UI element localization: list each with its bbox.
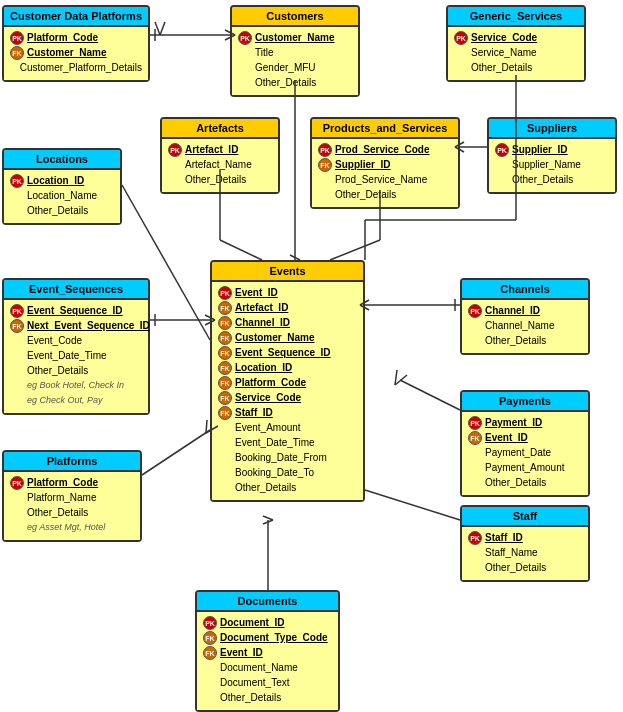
pk-badge: PK xyxy=(468,304,482,318)
table-row: Prod_Service_Name xyxy=(318,172,452,187)
fk-badge: FK xyxy=(218,376,232,390)
table-row: FKPlatform_Code xyxy=(218,375,357,390)
entity-header-products_and_services: Products_and_Services xyxy=(312,119,458,139)
field-name: Supplier_ID xyxy=(512,142,568,157)
table-row: Service_Name xyxy=(454,45,578,60)
field-name: Channel_ID xyxy=(485,303,540,318)
table-row: Other_Details xyxy=(203,690,332,705)
entity-payments: PaymentsPKPayment_IDFKEvent_IDPayment_Da… xyxy=(460,390,590,497)
entity-header-artefacts: Artefacts xyxy=(162,119,278,139)
table-row: Booking_Date_From xyxy=(218,450,357,465)
entity-body-platforms: PKPlatform_CodePlatform_NameOther_Detail… xyxy=(4,472,140,540)
pk-badge: PK xyxy=(10,304,24,318)
table-row: eg Book Hotel, Check In xyxy=(10,378,142,393)
fk-badge: FK xyxy=(218,406,232,420)
entity-header-locations: Locations xyxy=(4,150,120,170)
entity-body-documents: PKDocument_IDFKDocument_Type_CodeFKEvent… xyxy=(197,612,338,710)
table-row: FKNext_Event_Sequence_ID xyxy=(10,318,142,333)
svg-line-25 xyxy=(400,380,460,410)
field-name: Other_Details xyxy=(512,172,573,187)
diagram-canvas: Customer Data PlatformsPKPlatform_CodeFK… xyxy=(0,0,623,712)
field-name: Gender_MFU xyxy=(255,60,316,75)
table-row: PKDocument_ID xyxy=(203,615,332,630)
fk-badge: FK xyxy=(218,391,232,405)
svg-line-10 xyxy=(220,240,262,260)
svg-line-29 xyxy=(206,420,207,433)
field-name: Event_Date_Time xyxy=(235,435,315,450)
svg-line-27 xyxy=(395,375,407,385)
table-row: Channel_Name xyxy=(468,318,582,333)
table-row: FKCustomer_Name xyxy=(10,45,142,60)
entity-body-suppliers: PKSupplier_IDSupplier_NameOther_Details xyxy=(489,139,615,192)
field-name: Location_Name xyxy=(27,188,97,203)
pk-badge: PK xyxy=(10,31,24,45)
field-name: Event_ID xyxy=(485,430,528,445)
field-name: Supplier_Name xyxy=(512,157,581,172)
field-name: Other_Details xyxy=(335,187,396,202)
field-name: Event_Amount xyxy=(235,420,301,435)
table-row: Payment_Date xyxy=(468,445,582,460)
field-name: Customer_Name xyxy=(235,330,314,345)
svg-line-34 xyxy=(263,516,273,520)
field-name: Platform_Code xyxy=(235,375,306,390)
table-row: Supplier_Name xyxy=(495,157,609,172)
table-row: Event_Amount xyxy=(218,420,357,435)
fk-badge: FK xyxy=(218,346,232,360)
entity-body-events: PKEvent_IDFKArtefact_IDFKChannel_IDFKCus… xyxy=(212,282,363,500)
table-row: eg Asset Mgt, Hotel xyxy=(10,520,134,535)
field-name: Staff_ID xyxy=(235,405,273,420)
field-name: Next_Event_Sequence_ID xyxy=(27,318,150,333)
field-name: Other_Details xyxy=(27,363,88,378)
table-row: Artefact_Name xyxy=(168,157,272,172)
table-row: Other_Details xyxy=(10,363,142,378)
table-row: FKLocation_ID xyxy=(218,360,357,375)
pk-badge: PK xyxy=(468,416,482,430)
table-row: PKService_Code xyxy=(454,30,578,45)
table-row: Event_Date_Time xyxy=(218,435,357,450)
table-row: PKCustomer_Name xyxy=(238,30,352,45)
entity-header-events: Events xyxy=(212,262,363,282)
entity-body-products_and_services: PKProd_Service_CodeFKSupplier_IDProd_Ser… xyxy=(312,139,458,207)
table-row: Other_Details xyxy=(238,75,352,90)
entity-suppliers: SuppliersPKSupplier_IDSupplier_NameOther… xyxy=(487,117,617,194)
svg-line-36 xyxy=(160,22,165,35)
table-row: Other_Details xyxy=(454,60,578,75)
field-name: Booking_Date_To xyxy=(235,465,314,480)
field-name: Payment_ID xyxy=(485,415,542,430)
table-row: PKStaff_ID xyxy=(468,530,582,545)
svg-line-31 xyxy=(365,490,460,520)
entity-header-event_sequences: Event_Sequences xyxy=(4,280,148,300)
fk-badge: FK xyxy=(10,46,24,60)
field-name: Location_ID xyxy=(235,360,292,375)
fk-badge: FK xyxy=(468,431,482,445)
table-row: Document_Text xyxy=(203,675,332,690)
table-row: Document_Name xyxy=(203,660,332,675)
table-row: FKEvent_Sequence_ID xyxy=(218,345,357,360)
table-row: PKPlatform_Code xyxy=(10,30,142,45)
table-row: Payment_Amount xyxy=(468,460,582,475)
field-name: Event_ID xyxy=(235,285,278,300)
entity-header-staff: Staff xyxy=(462,507,588,527)
entity-event_sequences: Event_SequencesPKEvent_Sequence_IDFKNext… xyxy=(2,278,150,415)
table-row: Location_Name xyxy=(10,188,114,203)
entity-body-payments: PKPayment_IDFKEvent_IDPayment_DatePaymen… xyxy=(462,412,588,495)
table-row: FKDocument_Type_Code xyxy=(203,630,332,645)
table-row: PKSupplier_ID xyxy=(495,142,609,157)
table-row: FKStaff_ID xyxy=(218,405,357,420)
entity-events: EventsPKEvent_IDFKArtefact_IDFKChannel_I… xyxy=(210,260,365,502)
table-row: Other_Details xyxy=(468,560,582,575)
field-name: Other_Details xyxy=(27,505,88,520)
entity-body-generic_services: PKService_CodeService_NameOther_Details xyxy=(448,27,584,80)
field-name: Other_Details xyxy=(220,690,281,705)
field-name: Platform_Name xyxy=(27,490,96,505)
svg-line-35 xyxy=(155,22,160,35)
table-row: Title xyxy=(238,45,352,60)
field-name: Artefact_ID xyxy=(185,142,238,157)
table-row: Other_Details xyxy=(318,187,452,202)
field-name: Other_Details xyxy=(485,333,546,348)
field-name: Other_Details xyxy=(471,60,532,75)
table-row: FKArtefact_ID xyxy=(218,300,357,315)
entity-body-customers: PKCustomer_NameTitleGender_MFUOther_Deta… xyxy=(232,27,358,95)
table-row: PKChannel_ID xyxy=(468,303,582,318)
field-name: Other_Details xyxy=(485,475,546,490)
